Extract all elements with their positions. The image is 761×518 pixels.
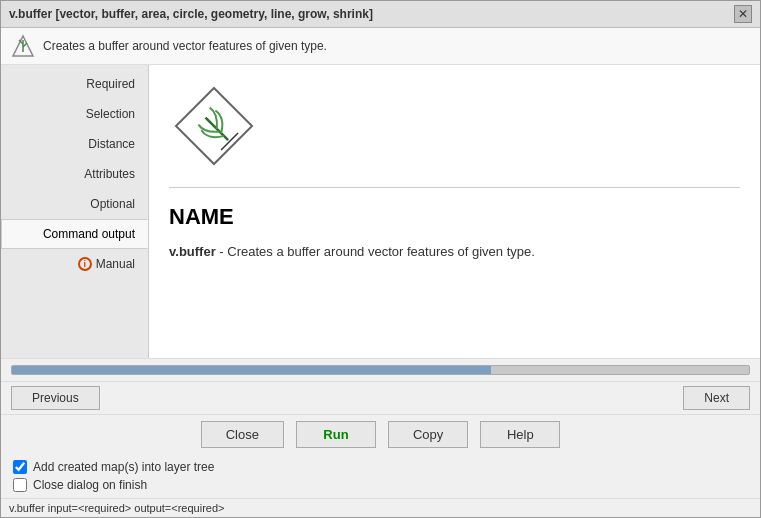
sidebar-item-label: Selection [86, 107, 135, 121]
status-text: v.buffer input=<required> output=<requir… [9, 502, 224, 514]
sidebar-item-attributes[interactable]: Attributes [1, 159, 148, 189]
status-bar: v.buffer input=<required> output=<requir… [1, 498, 760, 517]
content-divider [169, 187, 740, 188]
sidebar-item-label: Command output [43, 227, 135, 241]
module-icon [174, 86, 254, 166]
sidebar-item-selection[interactable]: Selection [1, 99, 148, 129]
subtitle-bar: Creates a buffer around vector features … [1, 28, 760, 65]
add-to-layer-tree-label[interactable]: Add created map(s) into layer tree [33, 460, 214, 474]
close-on-finish-row: Close dialog on finish [13, 476, 748, 494]
close-on-finish-checkbox[interactable] [13, 478, 27, 492]
action-buttons-area: Close Run Copy Help [1, 414, 760, 454]
content-scroll[interactable]: NAME v.buffer - Creates a buffer around … [149, 65, 760, 358]
checkboxes-area: Add created map(s) into layer tree Close… [1, 454, 760, 498]
sidebar-item-label: Distance [88, 137, 135, 151]
sidebar-item-command-output[interactable]: Command output [1, 219, 148, 249]
progress-bar [11, 365, 750, 375]
help-button[interactable]: Help [480, 421, 560, 448]
next-button[interactable]: Next [683, 386, 750, 410]
nav-buttons-area: Previous Next [1, 381, 760, 414]
content-area: NAME v.buffer - Creates a buffer around … [149, 65, 760, 358]
progress-area [1, 358, 760, 381]
close-window-button[interactable]: ✕ [734, 5, 752, 23]
sidebar-item-label: Optional [90, 197, 135, 211]
subtitle-text: Creates a buffer around vector features … [43, 39, 327, 53]
module-description: v.buffer - Creates a buffer around vecto… [169, 242, 740, 262]
close-on-finish-label[interactable]: Close dialog on finish [33, 478, 147, 492]
sidebar-item-label: Attributes [84, 167, 135, 181]
sidebar-item-label: Required [86, 77, 135, 91]
add-to-layer-tree-row: Add created map(s) into layer tree [13, 458, 748, 476]
run-button[interactable]: Run [296, 421, 376, 448]
sidebar-item-required[interactable]: Required [1, 69, 148, 99]
module-name-heading: NAME [169, 204, 740, 230]
main-area: Required Selection Distance Attributes O… [1, 65, 760, 358]
sidebar-item-label: Manual [96, 257, 135, 271]
module-description-text: - Creates a buffer around vector feature… [216, 244, 535, 259]
manual-icon: i [78, 257, 92, 271]
sidebar-item-distance[interactable]: Distance [1, 129, 148, 159]
previous-button[interactable]: Previous [11, 386, 100, 410]
module-icon-area [169, 81, 740, 171]
sidebar-item-manual[interactable]: i Manual [1, 249, 148, 279]
window-title: v.buffer [vector, buffer, area, circle, … [9, 7, 373, 21]
add-to-layer-tree-checkbox[interactable] [13, 460, 27, 474]
progress-bar-fill [12, 366, 491, 374]
close-icon: ✕ [738, 7, 748, 21]
sidebar: Required Selection Distance Attributes O… [1, 65, 149, 358]
close-button[interactable]: Close [201, 421, 284, 448]
dialog-window: v.buffer [vector, buffer, area, circle, … [0, 0, 761, 518]
sidebar-item-optional[interactable]: Optional [1, 189, 148, 219]
grass-icon [11, 34, 35, 58]
module-name-bold: v.buffer [169, 244, 216, 259]
title-bar: v.buffer [vector, buffer, area, circle, … [1, 1, 760, 28]
copy-button[interactable]: Copy [388, 421, 468, 448]
